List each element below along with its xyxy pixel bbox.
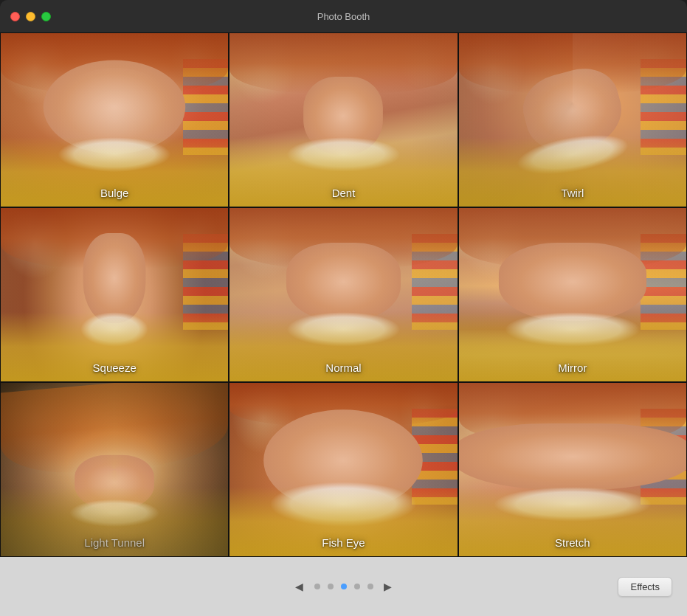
effect-cell-bulge[interactable]: Bulge [0,32,229,207]
effect-cell-dent[interactable]: Dent [229,32,458,207]
maximize-button[interactable] [41,12,51,21]
effect-cell-twirl[interactable]: Twirl [458,32,687,207]
prev-page-button[interactable]: ◀ [292,579,307,594]
pagination-controls: ◀ ▶ [292,579,396,594]
effects-button[interactable]: Effects [618,577,672,597]
cell-label-mirror: Mirror [459,361,686,374]
effect-cell-lighttunnel[interactable]: Light Tunnel [0,382,229,557]
cell-label-twirl: Twirl [459,187,686,199]
effect-cell-stretch[interactable]: Stretch [458,382,687,557]
page-dot-3[interactable] [341,584,347,589]
page-dot-2[interactable] [328,584,334,589]
cell-label-fisheye: Fish Eye [229,536,457,549]
effects-grid: Bulge Dent Twirl Squeeze [0,32,687,557]
effect-cell-fisheye[interactable]: Fish Eye [229,382,458,557]
title-bar: Photo Booth [0,0,687,32]
cell-label-normal: Normal [229,361,457,374]
cell-label-stretch: Stretch [459,536,686,549]
close-button[interactable] [10,12,20,21]
traffic-lights [10,12,51,21]
effect-cell-mirror[interactable]: Mirror [458,207,687,382]
cell-label-lighttunnel: Light Tunnel [1,536,228,549]
cell-label-dent: Dent [229,187,457,199]
next-page-button[interactable]: ▶ [381,579,396,594]
page-dot-4[interactable] [354,584,360,589]
cell-label-squeeze: Squeeze [1,361,228,374]
window-title: Photo Booth [317,11,370,22]
effect-cell-squeeze[interactable]: Squeeze [0,207,229,382]
effect-cell-normal[interactable]: Normal [229,207,458,382]
page-dot-1[interactable] [314,584,320,589]
bottom-bar: ◀ ▶ Effects [0,557,687,616]
page-dot-5[interactable] [367,584,373,589]
minimize-button[interactable] [26,12,35,21]
cell-label-bulge: Bulge [1,187,228,199]
